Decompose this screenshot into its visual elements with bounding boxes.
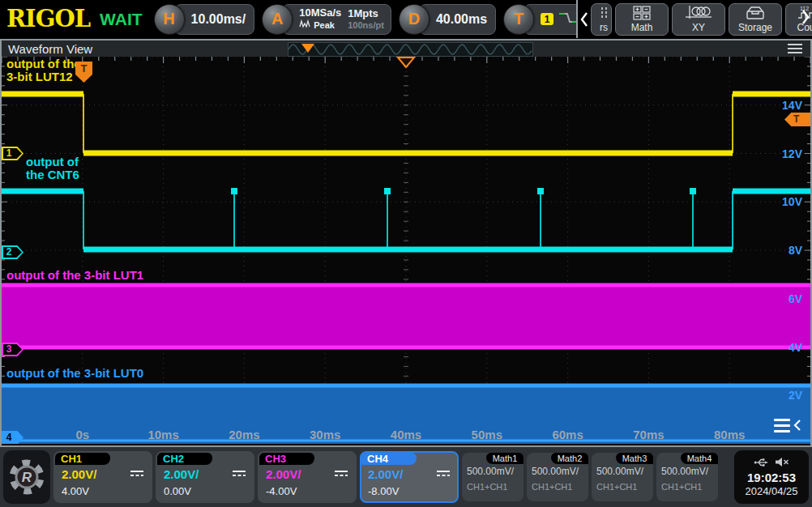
math2-scale: 500.00mV/	[532, 466, 583, 477]
storage-button[interactable]: Storage	[729, 3, 782, 36]
ch1-name: CH1	[61, 453, 82, 465]
plot-collapse-menu-icon[interactable]	[774, 418, 801, 432]
cursors-icon	[600, 4, 608, 22]
waveform-plot-area[interactable]: 0s10ms20ms30ms40ms50ms60ms70ms80ms14V12V…	[2, 57, 810, 444]
nav-button-label: rs	[600, 22, 608, 33]
delay-group: D 40.00ms	[399, 4, 496, 35]
trigger-source-badge: 1	[541, 13, 553, 25]
peak-detect-icon	[299, 19, 311, 32]
svg-text:30ms: 30ms	[310, 428, 340, 441]
ch3-offset: -4.00V	[266, 485, 348, 497]
nav-button-label: XY	[692, 22, 705, 33]
svg-text:80ms: 80ms	[714, 428, 745, 441]
math-card-math3[interactable]: Math3 500.00mV/ CH1+CH1	[592, 453, 653, 501]
svg-text:6V: 6V	[788, 292, 803, 305]
nav-buttons-strip: rs Math XY	[591, 3, 812, 36]
dc-coupling-icon	[130, 467, 144, 481]
top-status-bar: RIGOL WAIT H 10.00ms/ A 10MSa/s Peak	[0, 0, 812, 38]
svg-text:40ms: 40ms	[391, 428, 421, 441]
math4-scale: 500.00mV/	[661, 466, 713, 477]
svg-text:0s: 0s	[75, 428, 89, 441]
ch4-offset: -8.00V	[368, 485, 451, 497]
bottom-channel-bar: R CH1 2.00V/ 4.00V CH2 2.00V/ 0.00V CH3 …	[0, 447, 812, 507]
acquire-group: A 10MSa/s Peak 1Mpts 100ns/pt	[262, 4, 391, 35]
math2-expression: CH1+CH1	[532, 482, 583, 492]
dc-coupling-icon	[436, 467, 451, 481]
ch1-scale: 2.00V/	[62, 467, 96, 481]
horizontal-knob[interactable]: H	[154, 4, 185, 35]
window-title: Waveform View	[8, 42, 92, 56]
oscilloscope-screen: RIGOL WAIT H 10.00ms/ A 10MSa/s Peak	[0, 0, 812, 507]
acquire-mode: Peak	[314, 20, 335, 32]
svg-text:R: R	[22, 470, 32, 485]
acquisition-status: WAIT	[100, 10, 143, 29]
math1-expression: CH1+CH1	[467, 482, 519, 492]
window-menu-icon[interactable]	[788, 44, 802, 53]
dc-coupling-icon	[232, 467, 246, 481]
math2-name: Math2	[558, 454, 583, 463]
ch1-offset: 4.00V	[62, 485, 144, 497]
acquire-knob[interactable]: A	[262, 4, 293, 35]
system-time: 19:02:53	[747, 471, 796, 484]
system-date: 2024/04/25	[745, 485, 797, 497]
channel-card-ch3[interactable]: CH3 2.00V/ -4.00V	[258, 451, 357, 503]
nav-scroll-left-icon[interactable]	[578, 11, 591, 28]
acquire-info-button[interactable]: 10MSa/s Peak 1Mpts 100ns/pt	[282, 4, 391, 35]
svg-text:50ms: 50ms	[472, 428, 502, 441]
svg-text:20ms: 20ms	[229, 428, 259, 441]
sample-resolution: 100ns/pt	[348, 20, 384, 32]
math3-name: Math3	[622, 454, 647, 463]
ch2-scale: 2.00V/	[164, 467, 199, 481]
nav-button-label: Storage	[738, 22, 772, 33]
math4-name: Math4	[687, 454, 712, 463]
xy-icon	[685, 4, 712, 22]
ch2-name: CH2	[163, 453, 184, 465]
math-card-math2[interactable]: Math2 500.00mV/ CH1+CH1	[527, 453, 588, 501]
channel-card-ch1[interactable]: CH1 2.00V/ 4.00V	[53, 451, 152, 503]
math3-scale: 500.00mV/	[596, 466, 648, 477]
ch2-offset: 0.00V	[164, 485, 246, 497]
trigger-knob[interactable]: T	[503, 4, 534, 35]
gear-icon: R	[6, 454, 48, 501]
svg-text:10ms: 10ms	[147, 428, 178, 441]
svg-text:4V: 4V	[788, 341, 803, 354]
horizontal-scale-button[interactable]: 10.00ms/	[174, 4, 255, 35]
math-card-math4[interactable]: Math4 500.00mV/ CH1+CH1	[656, 453, 718, 501]
delay-knob[interactable]: D	[399, 4, 430, 35]
delay-value-button[interactable]: 40.00ms	[419, 4, 496, 35]
cursors-button[interactable]: rs	[591, 3, 612, 36]
math-button[interactable]: Math	[615, 3, 669, 36]
svg-text:12V: 12V	[782, 147, 803, 160]
svg-text:2V: 2V	[788, 389, 803, 402]
xy-button[interactable]: XY	[672, 3, 725, 36]
svg-text:10V: 10V	[782, 195, 803, 208]
channel-card-ch4[interactable]: CH4 2.00V/ -8.00V	[360, 451, 459, 503]
svg-text:70ms: 70ms	[633, 428, 664, 441]
math-grid-icon	[632, 4, 652, 22]
waveform-overview-strip[interactable]	[288, 42, 533, 57]
dc-coupling-icon	[334, 467, 348, 481]
math-card-math1[interactable]: Math1 500.00mV/ CH1+CH1	[462, 453, 524, 501]
function-nav-bar: rs Math XY	[576, 0, 812, 38]
speaker-muted-icon	[775, 456, 789, 471]
svg-text:14V: 14V	[782, 99, 803, 112]
rigol-logo: RIGOL	[6, 7, 90, 31]
math1-scale: 500.00mV/	[467, 466, 519, 477]
channel-card-ch2[interactable]: CH2 2.00V/ 0.00V	[156, 451, 254, 503]
math1-name: Math1	[493, 454, 518, 463]
svg-text:8V: 8V	[788, 244, 803, 257]
trigger-slope-icon	[558, 11, 578, 28]
usb-icon	[754, 456, 768, 471]
math4-expression: CH1+CH1	[661, 482, 713, 492]
ch4-scale: 2.00V/	[368, 467, 403, 481]
ch3-name: CH3	[265, 453, 286, 465]
sample-rate: 10MSa/s	[299, 6, 341, 19]
nav-button-label: Math	[631, 22, 653, 33]
waveform-view-titlebar[interactable]: Waveform View	[2, 39, 810, 57]
nav-scroll-right-icon[interactable]	[799, 8, 812, 26]
math3-expression: CH1+CH1	[596, 482, 648, 492]
rigol-gear-logo-button[interactable]: R	[3, 450, 50, 504]
waveform-view-window: Waveform View 0s10ms20ms30ms40ms50ms60ms…	[0, 39, 812, 447]
ch4-name: CH4	[367, 453, 388, 465]
system-status-panel[interactable]: 19:02:53 2024/04/25	[734, 450, 809, 504]
